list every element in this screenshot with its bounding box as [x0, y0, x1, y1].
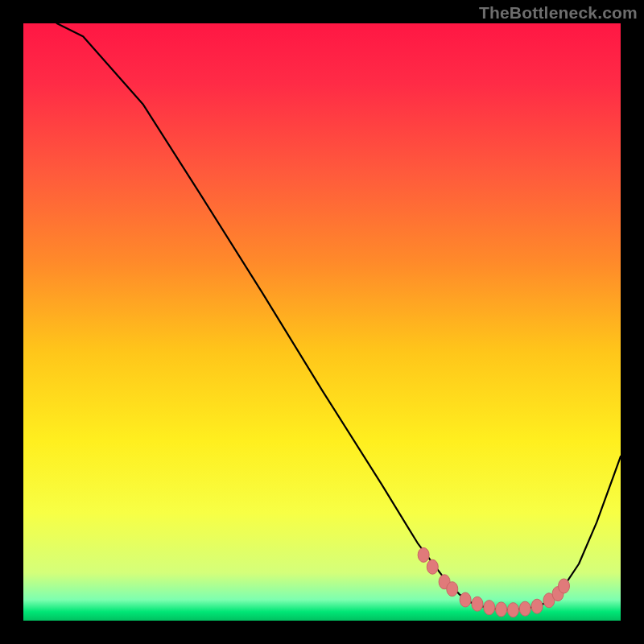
- curve-marker: [519, 601, 530, 616]
- curve-marker: [427, 559, 438, 574]
- attribution-watermark: TheBottleneck.com: [479, 3, 638, 23]
- curve-marker: [418, 547, 429, 562]
- plot-background: [23, 23, 621, 621]
- bottleneck-curve-chart: [0, 0, 644, 644]
- curve-marker: [460, 592, 471, 607]
- curve-marker: [472, 597, 483, 611]
- curve-marker: [559, 579, 570, 593]
- curve-marker: [531, 599, 543, 613]
- chart-container: TheBottleneck.com: [0, 0, 644, 644]
- curve-marker: [507, 603, 518, 617]
- curve-marker: [496, 602, 507, 617]
- curve-marker: [484, 601, 495, 615]
- curve-marker: [447, 582, 458, 597]
